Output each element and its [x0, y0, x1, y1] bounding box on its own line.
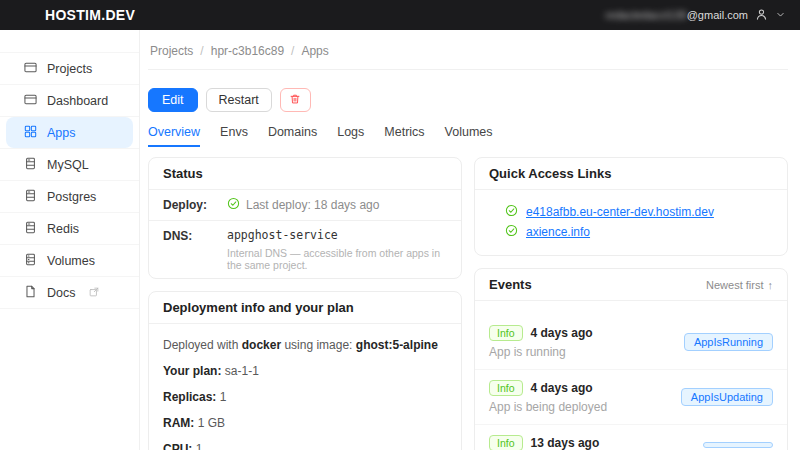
account-menu[interactable]: redactedacct139@gmail.com — [605, 8, 786, 23]
deployment-card-title: Deployment info and your plan — [149, 292, 461, 324]
event-status-badge: AppIsRunning — [684, 333, 773, 351]
cpu-value: 1 — [196, 442, 203, 450]
sidebar-item-dashboard[interactable]: Dashboard — [0, 85, 139, 117]
app-actions: Edit Restart — [148, 88, 788, 112]
cpu-label: CPU: — [163, 442, 192, 450]
status-card-title: Status — [149, 158, 461, 190]
sidebar-item-label: Apps — [47, 126, 76, 140]
sidebar-item-volumes[interactable]: Volumes — [0, 245, 139, 277]
tab-envs[interactable]: Envs — [220, 125, 248, 147]
event-description: App is being deployed — [489, 400, 681, 414]
replicas-value: 1 — [220, 390, 227, 404]
breadcrumb-separator: / — [291, 44, 294, 58]
status-card: Status Deploy: Last deploy: 18 days ago … — [148, 157, 462, 279]
dns-value: appghost-service — [227, 228, 447, 242]
account-email-domain: @gmail.com — [687, 9, 748, 21]
sidebar-item-postgres[interactable]: Postgres — [0, 181, 139, 213]
event-status-badge — [703, 442, 773, 448]
tab-domains[interactable]: Domains — [268, 125, 317, 147]
breadcrumb: Projects / hpr-c3b16c89 / Apps — [148, 30, 788, 70]
deploy-line-text: Deployed with — [163, 338, 242, 352]
tab-logs[interactable]: Logs — [337, 125, 364, 147]
check-circle-icon — [505, 202, 518, 222]
chevron-down-icon — [775, 9, 786, 22]
event-time: 4 days ago — [531, 326, 593, 340]
quick-access-row: axience.info — [505, 222, 773, 242]
quick-access-row: e418afbb.eu-center-dev.hostim.dev — [505, 202, 773, 222]
events-sort-toggle[interactable]: Newest first ↑ — [706, 279, 773, 291]
quick-access-body: e418afbb.eu-center-dev.hostim.dev axienc… — [475, 190, 787, 255]
replicas-label: Replicas: — [163, 390, 216, 404]
ram-label: RAM: — [163, 416, 194, 430]
events-title: Events — [489, 277, 532, 292]
deploy-method: docker — [242, 338, 281, 352]
window-icon — [24, 61, 37, 77]
events-list: Info 4 days ago App is running AppIsRunn… — [475, 301, 787, 450]
dns-status-row: DNS: appghost-service Internal DNS — acc… — [149, 220, 461, 278]
sidebar-item-label: Projects — [47, 62, 92, 76]
breadcrumb-apps[interactable]: Apps — [301, 44, 328, 58]
replicas-row: Replicas: 1 — [163, 390, 447, 405]
app-url-link[interactable]: e418afbb.eu-center-dev.hostim.dev — [526, 202, 714, 222]
app-logo: HOSTIM.DEV — [45, 7, 135, 23]
deployment-card-body: Deployed with docker using image: ghost:… — [149, 324, 461, 450]
sidebar-item-docs[interactable]: Docs — [0, 277, 139, 309]
sidebar-item-mysql[interactable]: MySQL — [0, 149, 139, 181]
tab-volumes[interactable]: Volumes — [445, 125, 493, 147]
tab-overview[interactable]: Overview — [148, 125, 200, 147]
event-row: Info 4 days ago App is being deployed Ap… — [475, 369, 787, 424]
event-status-badge: AppIsUpdating — [681, 388, 773, 406]
main-content: Projects / hpr-c3b16c89 / Apps Edit Rest… — [140, 30, 800, 450]
external-link-icon — [89, 286, 99, 300]
edit-button[interactable]: Edit — [148, 88, 198, 112]
sort-label: Newest first — [706, 279, 763, 291]
sidebar-item-label: Dashboard — [47, 94, 108, 108]
database-icon — [24, 189, 37, 205]
events-card-header: Events Newest first ↑ — [475, 269, 787, 301]
restart-button[interactable]: Restart — [206, 88, 272, 112]
user-icon — [755, 8, 768, 23]
account-email-redacted: redactedacct139 — [605, 9, 686, 21]
event-content: Info 13 days ago — [489, 435, 703, 450]
window-icon — [24, 93, 37, 109]
quick-access-card: Quick Access Links e418afbb.eu-center-de… — [474, 157, 788, 256]
sidebar-item-label: Postgres — [47, 190, 96, 204]
event-time: 13 days ago — [531, 436, 600, 450]
custom-domain-link[interactable]: axience.info — [526, 222, 590, 242]
event-row: Info 4 days ago App is running AppIsRunn… — [475, 315, 787, 369]
tab-bar: Overview Envs Domains Logs Metrics Volum… — [148, 125, 788, 147]
sidebar-item-label: Docs — [47, 286, 75, 300]
event-level-tag: Info — [489, 435, 523, 450]
arrow-up-icon: ↑ — [768, 279, 774, 291]
sidebar: Projects Dashboard Apps MySQL — [0, 30, 140, 450]
sidebar-item-label: MySQL — [47, 158, 89, 172]
volumes-icon — [24, 253, 37, 269]
deploy-value-text: Last deploy: 18 days ago — [246, 198, 379, 212]
deploy-value: Last deploy: 18 days ago — [227, 197, 379, 213]
event-level-tag: Info — [489, 380, 523, 396]
quick-access-title: Quick Access Links — [475, 158, 787, 190]
breadcrumb-projects[interactable]: Projects — [150, 44, 193, 58]
check-circle-icon — [227, 197, 240, 213]
deploy-label: Deploy: — [163, 197, 227, 212]
breadcrumb-separator: / — [200, 44, 203, 58]
sidebar-item-projects[interactable]: Projects — [0, 53, 139, 85]
event-level-tag: Info — [489, 325, 523, 341]
sidebar-menu: Projects Dashboard Apps MySQL — [0, 52, 139, 309]
dns-value-block: appghost-service Internal DNS — accessib… — [227, 228, 447, 271]
breadcrumb-project-id[interactable]: hpr-c3b16c89 — [211, 44, 284, 58]
delete-button[interactable] — [280, 88, 311, 112]
cpu-row: CPU: 1 — [163, 442, 447, 450]
sidebar-item-label: Volumes — [47, 254, 95, 268]
dns-note: Internal DNS — accessible from other app… — [227, 247, 447, 271]
event-description: App is running — [489, 345, 684, 359]
event-content: Info 4 days ago App is being deployed — [489, 380, 681, 414]
event-time: 4 days ago — [531, 381, 593, 395]
dns-label: DNS: — [163, 228, 227, 243]
topbar: HOSTIM.DEV redactedacct139@gmail.com — [0, 0, 800, 30]
apps-grid-icon — [24, 125, 37, 141]
left-column: Status Deploy: Last deploy: 18 days ago … — [148, 157, 462, 450]
tab-metrics[interactable]: Metrics — [384, 125, 424, 147]
sidebar-item-redis[interactable]: Redis — [0, 213, 139, 245]
sidebar-item-apps[interactable]: Apps — [0, 117, 139, 149]
